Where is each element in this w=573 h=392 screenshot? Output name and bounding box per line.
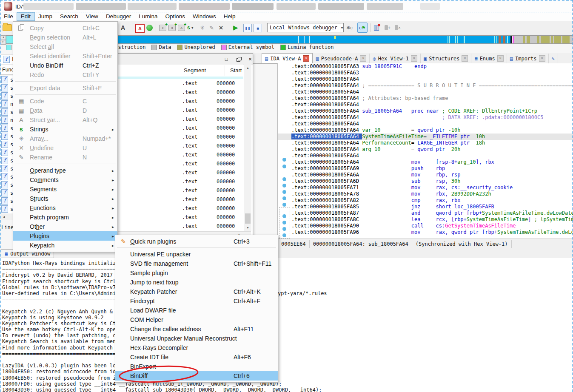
column-header-start[interactable]: Start xyxy=(230,67,242,74)
disassembly-line[interactable]: .text:000000018005FA8C lea rcx, [rbp+Sys… xyxy=(278,216,573,223)
disassembly-line[interactable]: .text:000000018005FA6D sub rsp, 30h xyxy=(278,178,573,185)
menubar-item-view[interactable]: View xyxy=(82,13,102,20)
disassembly-line[interactable]: .text:000000018005FA71 mov rax, cs:__sec… xyxy=(278,185,573,191)
tab-structures[interactable]: ▣Structures✕ xyxy=(421,54,471,63)
menubar-item-lumina[interactable]: Lumina xyxy=(135,13,161,20)
disassembly-line[interactable]: .text:000000018005FA64 SystemTimeAsFileT… xyxy=(278,134,573,140)
open-file-button[interactable] xyxy=(3,23,12,32)
menu-item-operand-type[interactable]: Operand type▸ xyxy=(13,166,117,175)
disassembly-line[interactable]: .text:000000018005FA64 var_10 = qword pt… xyxy=(278,127,573,134)
menu-item-sample-plugin[interactable]: Sample plugin xyxy=(115,268,278,278)
struct-var-button[interactable]: A xyxy=(178,23,185,32)
table-row[interactable]: .text000000 xyxy=(117,88,243,97)
menu-item-segments[interactable]: Segments▸ xyxy=(13,185,117,194)
rename-button[interactable]: ✎ xyxy=(209,23,214,32)
menubar-item-jump[interactable]: Jump xyxy=(34,13,56,20)
make-data-button[interactable]: d xyxy=(168,23,176,32)
close-icon[interactable]: ✕ xyxy=(497,55,504,62)
menu-item-plugins[interactable]: Plugins▸ xyxy=(13,231,117,241)
menu-item-redo[interactable]: RedoCtrl+Y xyxy=(13,70,117,80)
menu-item-svd-file-management[interactable]: SVD file managementCtrl+Shift+F11 xyxy=(115,259,278,268)
stop-debugger-button[interactable]: ■ xyxy=(254,24,262,32)
menu-item-undefine[interactable]: ✕UndefineU xyxy=(13,143,117,153)
menu-item-hex-rays-decompiler[interactable]: Hex-Rays Decompiler xyxy=(115,343,278,352)
colors-button[interactable] xyxy=(146,23,153,32)
menu-item-universal-pe-unpacker[interactable]: Universal PE unpacker xyxy=(115,250,278,259)
menu-item-struct-var[interactable]: AStruct var...Alt+Q xyxy=(13,115,117,125)
menu-item-comments[interactable]: Comments▸ xyxy=(13,175,117,185)
table-row[interactable]: .text000000 xyxy=(117,186,243,195)
disassembly-line[interactable]: .text:000000018005FA64 ; Attributes: bp-… xyxy=(278,95,573,102)
disassembly-line[interactable]: .text:000000018005FA85 jnz short loc_180… xyxy=(278,204,573,210)
close-icon[interactable]: ✕ xyxy=(539,55,545,62)
search-button[interactable]: A xyxy=(121,23,125,32)
column-header-segment[interactable]: Segment xyxy=(184,67,206,74)
table-header[interactable]: Segment Start xyxy=(117,65,243,77)
tab-pseudocode-a[interactable]: ▥Pseudocode-A✕ xyxy=(313,54,370,63)
disassembly-line[interactable]: .text:000000018005FA64 xyxy=(278,89,573,95)
tab-enums[interactable]: ≣Enums✕ xyxy=(471,54,507,63)
disassembly-line[interactable]: .text:000000018005FA64 PerformanceCount=… xyxy=(278,140,573,146)
ascii-strings-button[interactable]: A xyxy=(135,24,145,33)
menu-item-bindiff[interactable]: BinDiffCtrl+6 xyxy=(115,371,278,381)
pause-debugger-button[interactable]: ❚❚ xyxy=(243,24,252,32)
disassembly-line[interactable]: .text:000000018005FA64 ; ===============… xyxy=(278,82,573,89)
menu-item-create-idt-file[interactable]: Create IDT fileAlt+F6 xyxy=(115,352,278,362)
disassembly-line[interactable]: .text:000000018005FA64 xyxy=(278,153,573,159)
table-row[interactable]: .text000000 xyxy=(117,142,243,151)
debugger-select[interactable]: Local Windows debugger ▼ xyxy=(267,23,344,32)
menu-item-load-dwarf-file[interactable]: Load DWARF file xyxy=(115,306,278,315)
table-row[interactable]: .text000000 xyxy=(117,151,243,159)
disassembly-line[interactable]: .text:000000018005FA6A mov rbp, rsp xyxy=(278,172,573,178)
table-row[interactable]: .text000000 xyxy=(117,204,243,213)
menu-item-keypatch-patcher[interactable]: Keypatch PatcherCtrl+Alt+K xyxy=(115,287,278,296)
menu-item-change-the-callee-address[interactable]: Change the callee addressAlt+F11 xyxy=(115,324,278,334)
menubar-item-options[interactable]: Options xyxy=(161,13,189,20)
make-string-button[interactable]: s▼ xyxy=(187,23,194,32)
start-debugger-button[interactable]: ▶ xyxy=(233,23,238,32)
table-row[interactable]: .text000000 xyxy=(117,133,243,142)
disassembly-line[interactable]: .text:000000018005FA64 xyxy=(278,102,573,108)
tab-hex-view-1[interactable]: ◎Hex View-1✕ xyxy=(370,54,420,63)
scroll-up-icon[interactable]: ▲ xyxy=(244,65,251,71)
tab-ida-view-a[interactable]: ▤IDA View-A✕ xyxy=(262,53,313,64)
table-row[interactable]: .text000000 xyxy=(117,168,243,177)
menu-item-undo-bindiff[interactable]: Undo BinDiffCtrl+Z xyxy=(13,61,117,70)
disassembly-line[interactable]: .text:000000018005FA87 and qword ptr [rb… xyxy=(278,210,573,216)
menu-item-structs[interactable]: Structs▸ xyxy=(13,194,117,203)
disassembly-view[interactable]: .text:000000018005FA63 sub_18005F91C end… xyxy=(277,63,573,239)
disassembly-line[interactable]: .text:000000018005FA82 cmp rax, rbx xyxy=(278,197,573,204)
scroll-down-icon[interactable]: ▼ xyxy=(244,224,251,231)
continue-process-button[interactable]: c⚑ xyxy=(357,23,368,33)
menu-item-copy[interactable]: CopyCtrl+C xyxy=(13,23,117,33)
disassembly-line[interactable]: .text:000000018005FA64 arg_10 = qword pt… xyxy=(278,146,573,153)
disassembly-line[interactable]: .text:000000018005FA64 xyxy=(278,121,573,127)
menu-item-patch-program[interactable]: Patch program▸ xyxy=(13,213,117,222)
undefine-button[interactable]: ✕ xyxy=(219,23,223,32)
menu-item-data[interactable]: ▦DataD xyxy=(13,106,117,115)
debugger-options-button[interactable]: ▥ xyxy=(373,23,379,32)
close-button[interactable]: ✕ xyxy=(247,56,254,62)
close-icon[interactable]: ✕ xyxy=(462,55,468,62)
menu-item-other[interactable]: Other▸ xyxy=(13,222,117,231)
table-row[interactable]: .text000000 xyxy=(117,97,243,106)
menu-item-quick-run-plugins[interactable]: ✎Quick run pluginsCtrl+3 xyxy=(115,237,278,246)
disassembly-line[interactable]: .text:000000018005FA64 sub_18005FA64 pro… xyxy=(278,108,573,114)
menubar-item-file[interactable]: File xyxy=(0,13,17,20)
table-vscrollbar[interactable]: ▲ ▼ xyxy=(244,65,251,231)
scrollbar-thumb[interactable] xyxy=(245,213,251,224)
disassembly-line[interactable]: .text:000000018005FA63 xyxy=(278,70,573,76)
add-breakpoint-button[interactable]: + xyxy=(385,23,391,32)
menu-item-jump-to-next-fixup[interactable]: Jump to next fixup xyxy=(115,278,278,287)
menu-item-strings[interactable]: sStrings▸ xyxy=(13,125,117,134)
menu-item-select-identifier[interactable]: Select identifierShift+Enter xyxy=(13,51,117,61)
disassembly-line[interactable]: .text:000000018005FA90 call cs:GetSystem… xyxy=(278,223,573,229)
menu-item-findcrypt[interactable]: FindcryptCtrl+Alt+F xyxy=(115,296,278,306)
table-row[interactable]: .text000000 xyxy=(117,115,243,124)
tab-imports[interactable]: ▤Imports✕ xyxy=(507,54,549,63)
menubar-item-help[interactable]: Help xyxy=(220,13,239,20)
menubar-item-edit[interactable]: Edit xyxy=(17,13,34,20)
disassembly-line[interactable]: .text:000000018005FA64 mov [rsp-8+arg_10… xyxy=(278,159,573,165)
disassembly-line[interactable]: .text:000000018005FA64 xyxy=(278,76,573,82)
table-row[interactable]: .text000000 xyxy=(117,177,243,186)
